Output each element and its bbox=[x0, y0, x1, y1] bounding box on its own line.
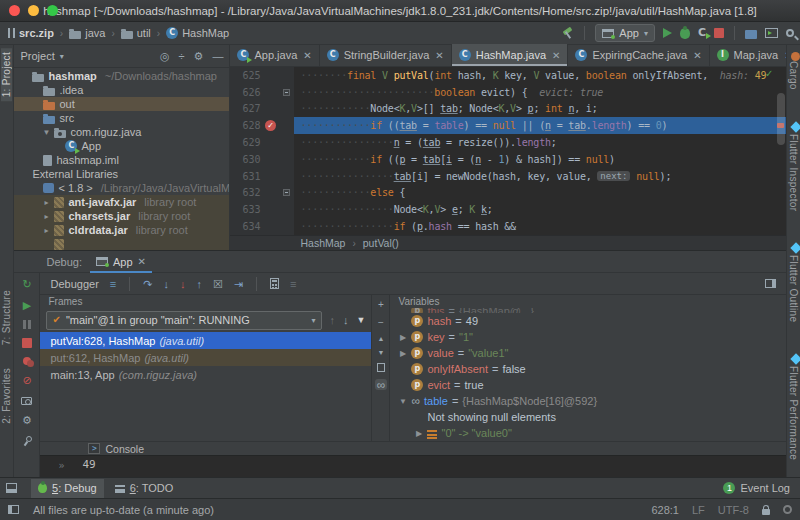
current-execution-line[interactable]: ············if ((tab = table) == null ||… bbox=[294, 117, 786, 134]
variable-row[interactable]: Not showing null elements bbox=[390, 409, 786, 425]
expand-arrow-icon[interactable]: ▸ bbox=[42, 226, 50, 235]
tree-item-hashmap[interactable]: hashmap~/Downloads/hashmap bbox=[14, 69, 229, 83]
editor-scrollbar[interactable] bbox=[776, 67, 786, 235]
editor-gutter[interactable]: 625 bbox=[230, 67, 294, 84]
tree-item--1-8-[interactable]: < 1.8 >/Library/Java/JavaVirtualMachines… bbox=[14, 181, 229, 195]
resume-program-icon[interactable]: ▶ bbox=[23, 299, 31, 311]
breadcrumb-method[interactable]: putVal() bbox=[363, 237, 399, 249]
variable-row[interactable]: this = {HashMap@...} bbox=[390, 308, 786, 313]
fold-marker[interactable] bbox=[280, 89, 292, 96]
expand-arrow-icon[interactable]: ▼ bbox=[398, 397, 407, 406]
caret-position[interactable]: 628:1 bbox=[651, 504, 679, 516]
editor-gutter[interactable]: 633 bbox=[230, 201, 294, 218]
editor-gutter[interactable]: 630 bbox=[230, 151, 294, 168]
tree-item--idea[interactable]: .idea bbox=[14, 83, 229, 97]
run-with-coverage-icon[interactable] bbox=[698, 27, 706, 39]
next-frame-icon[interactable]: ↓ bbox=[343, 314, 349, 326]
tree-item-out[interactable]: out bbox=[14, 97, 229, 111]
project-structure-icon[interactable] bbox=[745, 30, 757, 39]
editor-tab-app-java[interactable]: App.java✕ bbox=[230, 44, 319, 66]
file-encoding[interactable]: UTF-8 bbox=[718, 504, 749, 516]
variable-row[interactable]: hash = 49 bbox=[390, 313, 786, 329]
code-text[interactable]: ················Node<K,V> e; K k; bbox=[294, 201, 786, 218]
debug-session-tab[interactable]: App ✕ bbox=[90, 251, 152, 273]
stop-icon[interactable] bbox=[714, 28, 724, 38]
soft-wrap-icon[interactable]: » bbox=[58, 460, 64, 471]
code-text[interactable]: ················if (p.hash == hash && bbox=[294, 218, 786, 235]
move-up-icon[interactable]: ▲ bbox=[378, 335, 385, 342]
locate-file-icon[interactable]: ◎ bbox=[160, 50, 170, 62]
variable-row[interactable]: ▶key = "1" bbox=[390, 329, 786, 345]
code-text[interactable]: ················tab[i] = newNode(hash, k… bbox=[294, 168, 786, 185]
duplicate-icon[interactable] bbox=[377, 363, 385, 372]
fold-marker[interactable] bbox=[280, 189, 292, 196]
expand-arrow-icon[interactable]: ▸ bbox=[42, 198, 50, 207]
breadcrumb-item-hashmap[interactable]: HashMap bbox=[164, 26, 231, 40]
close-icon[interactable]: ✕ bbox=[435, 50, 443, 61]
console-output[interactable]: » 49 bbox=[40, 455, 786, 477]
editor-tab-hashmap-java[interactable]: HashMap.java✕ bbox=[452, 44, 569, 66]
fold-icon[interactable] bbox=[283, 189, 290, 196]
expand-arrow-icon[interactable]: ▶ bbox=[398, 349, 407, 358]
watches-toggle-icon[interactable] bbox=[375, 379, 388, 390]
tool-stripe-favorites[interactable]: 2: Favorites bbox=[1, 364, 12, 428]
editor-gutter[interactable]: 634 bbox=[230, 218, 294, 235]
hide-panel-icon[interactable]: — bbox=[212, 50, 223, 62]
close-icon[interactable]: ✕ bbox=[693, 50, 701, 61]
run-anything-icon[interactable] bbox=[765, 28, 778, 38]
pin-tab-icon[interactable] bbox=[22, 435, 32, 445]
editor-gutter[interactable]: 626 bbox=[230, 84, 294, 101]
close-window-button[interactable] bbox=[9, 5, 20, 16]
breadcrumb-item-util[interactable]: util bbox=[119, 26, 153, 40]
tree-item-ant-javafx-jar[interactable]: ▸ant-javafx.jarlibrary root bbox=[14, 195, 229, 209]
tool-window-button-5-debug[interactable]: 5: Debug bbox=[31, 479, 104, 498]
step-out-icon[interactable]: ↑ bbox=[196, 278, 202, 290]
search-everywhere-icon[interactable] bbox=[786, 29, 794, 37]
code-text[interactable]: ········final V putVal(int hash, K key, … bbox=[294, 67, 786, 84]
code-text[interactable]: ·······················boolean evict) { … bbox=[294, 84, 786, 101]
minimize-window-button[interactable] bbox=[28, 5, 39, 16]
evaluate-expression-icon[interactable] bbox=[270, 278, 279, 289]
memory-indicator-icon[interactable] bbox=[783, 505, 792, 514]
debugger-tab-label[interactable]: Debugger bbox=[50, 278, 98, 290]
editor-tab-stringbuilder-java[interactable]: StringBuilder.java✕ bbox=[320, 44, 452, 66]
run-to-cursor-icon[interactable]: ⇥ bbox=[234, 278, 243, 290]
breadcrumb-item-java[interactable]: java bbox=[67, 26, 107, 40]
tool-stripe-cargo[interactable]: Cargo bbox=[788, 48, 800, 94]
close-icon[interactable]: ✕ bbox=[303, 50, 311, 61]
line-separator[interactable]: LF bbox=[692, 504, 705, 516]
expand-arrow-icon[interactable]: ▸ bbox=[42, 212, 50, 221]
previous-frame-icon[interactable]: ↑ bbox=[330, 314, 336, 326]
tree-item-external-libraries[interactable]: External Libraries bbox=[14, 167, 229, 181]
gear-icon[interactable]: ⚙ bbox=[194, 50, 204, 62]
tree-item-src[interactable]: src bbox=[14, 111, 229, 125]
tree-item-charsets-jar[interactable]: ▸charsets.jarlibrary root bbox=[14, 209, 229, 223]
fold-icon[interactable] bbox=[283, 89, 290, 96]
settings-gear-icon[interactable]: ⚙ bbox=[22, 414, 32, 426]
highlighting-level-icon[interactable] bbox=[762, 509, 770, 515]
code-area[interactable]: 625········final V putVal(int hash, K ke… bbox=[230, 67, 786, 235]
frame-row[interactable]: putVal:628, HashMap (java.util) bbox=[40, 332, 371, 349]
thread-dropdown[interactable]: ✔ "main"@1 in group "main": RUNNING ▾ bbox=[46, 311, 321, 330]
tree-item-cldrdata-jar[interactable]: ▸cldrdata.jarlibrary root bbox=[14, 223, 229, 237]
restore-layout-icon[interactable] bbox=[765, 279, 776, 288]
breakpoint-cell[interactable] bbox=[260, 120, 280, 131]
code-text[interactable]: ············Node<K,V>[] tab; Node<K,V> p… bbox=[294, 101, 786, 118]
tool-stripe-flutter-outline[interactable]: Flutter Outline bbox=[788, 237, 800, 326]
drop-frame-icon[interactable]: ☒ bbox=[213, 278, 223, 290]
code-text[interactable]: ············else { bbox=[294, 185, 786, 202]
debugger-settings-icon[interactable]: ≡ bbox=[110, 278, 116, 290]
breadcrumb-item-src-zip[interactable]: src.zip bbox=[6, 26, 56, 40]
filter-frames-icon[interactable]: ▼ bbox=[357, 314, 366, 326]
pause-program-icon[interactable] bbox=[23, 320, 31, 329]
tool-window-button-6-todo[interactable]: 6: TODO bbox=[108, 479, 181, 498]
code-text[interactable]: ············if ((p = tab[i = (n - 1) & h… bbox=[294, 151, 786, 168]
remove-watch-icon[interactable]: − bbox=[378, 317, 384, 328]
tool-stripe-structure[interactable]: 7: Structure bbox=[1, 286, 12, 349]
variable-row[interactable]: ▶"0" -> "value0" bbox=[390, 425, 786, 441]
variable-row[interactable]: onlyIfAbsent = false bbox=[390, 361, 786, 377]
variable-row[interactable]: evict = true bbox=[390, 377, 786, 393]
zoom-window-button[interactable] bbox=[47, 5, 58, 16]
thread-dump-icon[interactable] bbox=[21, 397, 32, 405]
editor-gutter[interactable]: 632 bbox=[230, 185, 294, 202]
